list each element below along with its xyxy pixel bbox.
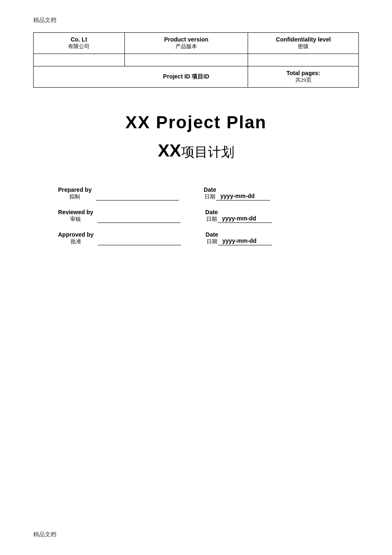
prepared-date-group: Date 日期 yyyy-mm-dd bbox=[204, 186, 270, 200]
total-pages-label-cn: 共29页 bbox=[253, 76, 353, 84]
approved-date-value: yyyy-mm-dd bbox=[218, 235, 272, 245]
reviewed-date-label-en: Date bbox=[205, 209, 218, 215]
prepared-date-label-block: Date 日期 bbox=[204, 186, 216, 200]
approved-date-group: Date 日期 yyyy-mm-dd bbox=[206, 231, 272, 245]
watermark-top: 精品文档 bbox=[33, 17, 359, 24]
prepared-date-label-en: Date bbox=[204, 186, 216, 193]
reviewed-date-group: Date 日期 yyyy-mm-dd bbox=[205, 209, 272, 223]
product-title-cn: 产品版本 bbox=[130, 43, 243, 50]
reviewed-label-en: Reviewed by bbox=[58, 209, 93, 215]
reviewed-label-group: Reviewed by 审核 bbox=[58, 209, 93, 223]
approved-date-label-block: Date 日期 bbox=[206, 231, 218, 245]
project-id-label: Project ID 项目ID bbox=[129, 73, 243, 81]
total-pages-cell: Total pages: 共29页 bbox=[248, 66, 359, 88]
prepared-date-value: yyyy-mm-dd bbox=[216, 191, 270, 200]
prepared-date-label-cn: 日期 bbox=[205, 193, 215, 200]
reviewed-label-cn: 审核 bbox=[70, 215, 81, 223]
empty-cell-2 bbox=[124, 54, 248, 66]
signature-row-prepared: Prepared by 拟制 Date 日期 yyyy-mm-dd bbox=[58, 186, 359, 200]
approved-sig-line bbox=[98, 235, 181, 245]
header-row-1: Co. Lt 有限公司 Product version 产品版本 Confide… bbox=[34, 33, 359, 54]
header-table: Co. Lt 有限公司 Product version 产品版本 Confide… bbox=[33, 32, 359, 88]
project-id-cell: Project ID 项目ID bbox=[124, 66, 248, 88]
approved-label-en: Approved by bbox=[58, 231, 94, 238]
main-title-chinese: XX项目计划 bbox=[33, 141, 359, 161]
main-title-section: XX Project Plan XX项目计划 bbox=[33, 112, 359, 161]
empty-cell-3 bbox=[248, 54, 359, 66]
confidentiality-cell: Confidentiality level 密级 bbox=[248, 33, 359, 54]
confidentiality-title-cn: 密级 bbox=[253, 43, 353, 50]
main-title-cn-prefix: XX bbox=[158, 141, 181, 160]
signature-row-reviewed: Reviewed by 审核 Date 日期 yyyy-mm-dd bbox=[58, 209, 359, 223]
product-cell: Product version 产品版本 bbox=[124, 33, 248, 54]
approved-date-label-en: Date bbox=[206, 231, 218, 238]
reviewed-sig-line bbox=[97, 213, 180, 223]
reviewed-date-label-cn: 日期 bbox=[206, 215, 217, 223]
page: 精品文档 Co. Lt 有限公司 Product version 产品版本 Co… bbox=[0, 0, 392, 555]
empty-cell-1 bbox=[34, 54, 125, 66]
company-cell: Co. Lt 有限公司 bbox=[34, 33, 125, 54]
signature-section: Prepared by 拟制 Date 日期 yyyy-mm-dd Review… bbox=[33, 186, 359, 245]
product-title-en: Product version bbox=[130, 36, 243, 43]
header-row-3: Project ID 项目ID Total pages: 共29页 bbox=[34, 66, 359, 88]
company-title-en: Co. Lt bbox=[39, 36, 119, 43]
prepared-label-group: Prepared by 拟制 bbox=[58, 186, 92, 200]
main-title-cn-suffix: 项目计划 bbox=[181, 144, 234, 159]
prepared-label-en: Prepared by bbox=[58, 186, 92, 193]
header-row-2 bbox=[34, 54, 359, 66]
watermark-bottom: 精品文档 bbox=[33, 531, 56, 538]
confidentiality-title-en: Confidentiality level bbox=[253, 36, 353, 43]
signature-row-approved: Approved by 批准 Date 日期 yyyy-mm-dd bbox=[58, 231, 359, 245]
project-id-left-cell bbox=[34, 66, 125, 88]
company-title-cn: 有限公司 bbox=[39, 43, 119, 50]
total-pages-label-en: Total pages: bbox=[253, 70, 353, 76]
prepared-sig-line bbox=[96, 191, 179, 200]
approved-date-label-cn: 日期 bbox=[207, 238, 217, 245]
approved-label-group: Approved by 批准 bbox=[58, 231, 94, 245]
main-title-english: XX Project Plan bbox=[33, 112, 359, 132]
reviewed-date-label-block: Date 日期 bbox=[205, 209, 218, 223]
approved-label-cn: 批准 bbox=[71, 238, 81, 245]
reviewed-date-value: yyyy-mm-dd bbox=[218, 213, 272, 223]
prepared-label-cn: 拟制 bbox=[69, 193, 80, 200]
